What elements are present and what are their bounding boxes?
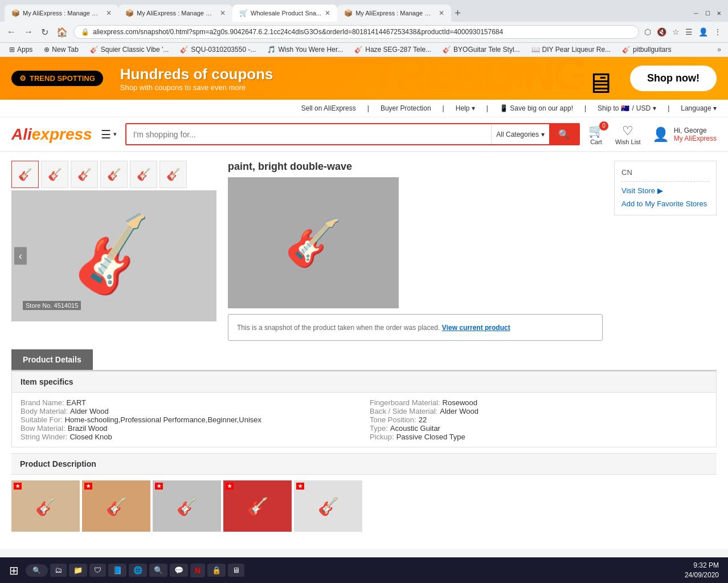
bookmark-squier[interactable]: 🎸 Squier Classic Vibe '... — [85, 44, 173, 55]
reading-list-button[interactable]: ☰ — [684, 26, 694, 38]
page-content: ⚙ TREND SPOTTING Hundreds of coupons Sho… — [0, 57, 728, 549]
spec-bow: Bow Material: Brazil Wood — [21, 424, 358, 433]
spec-bow-value: Brazil Wood — [68, 424, 108, 433]
snapshot-box: This is a snapshot of the product taken … — [228, 314, 603, 341]
sell-on-aliexpress-link[interactable]: Sell on AliExpress — [301, 104, 356, 112]
new-tab-button[interactable]: + — [451, 7, 464, 19]
image-prev-button[interactable]: ‹ — [14, 247, 27, 265]
spec-body-material-value: Alder Wood — [70, 407, 109, 415]
cart-icon-item[interactable]: 🛒 0 Cart — [588, 124, 604, 145]
tab-close-2[interactable]: ✕ — [220, 9, 226, 17]
bookmark-byo[interactable]: 🎸 BYOGuitar Tele Styl... — [438, 44, 525, 55]
buyer-protection-link[interactable]: Buyer Protection — [381, 104, 431, 112]
gear-icon: ⚙ — [19, 74, 26, 83]
thumbnail-2[interactable]: 🎸 — [41, 161, 68, 188]
product-description-images: 🎸 ★ 🎸 ★ 🎸 ★ 🎸 ★ 🎸 ★ — [11, 475, 717, 537]
spec-pickup-value: Passive Closed Type — [396, 433, 465, 441]
forward-button[interactable]: → — [22, 26, 35, 38]
bookmark-newtab[interactable]: ⊕ New Tab — [39, 44, 83, 55]
thumbnail-5[interactable]: 🎸 — [130, 161, 157, 188]
user-icon: 👤 — [652, 127, 669, 142]
app-link[interactable]: 📱 Save big on our app! — [500, 104, 573, 112]
close-button[interactable]: ✕ — [714, 9, 723, 18]
help-link[interactable]: Help ▾ — [456, 104, 475, 112]
thumbnail-4[interactable]: 🎸 — [100, 161, 128, 188]
language-link[interactable]: Language ▾ — [681, 104, 717, 112]
language-label: Language — [681, 104, 711, 112]
browser-tab-4[interactable]: 📦 My AliExpress : Manage Orders ✕ — [337, 5, 451, 22]
aliexpress-logo[interactable]: Aliexpress — [11, 125, 92, 144]
nav-icons: 🛒 0 Cart ♡ Wish List 👤 Hi, George My Ali… — [588, 124, 717, 145]
spec-brand: Brand Name: EART — [21, 398, 358, 407]
bookmark-diy[interactable]: 📖 DIY Pear Liqueur Re... — [527, 44, 616, 55]
haze-icon: 🎸 — [354, 46, 363, 54]
tab-close-3[interactable]: ✕ — [325, 9, 330, 17]
currency-label: / — [632, 104, 633, 112]
tab-title-3: Wholesale Product Sna... — [251, 10, 321, 17]
reload-button[interactable]: ↻ — [39, 26, 51, 39]
thumbnail-1[interactable]: 🎸 — [11, 161, 39, 188]
squ-icon: 🎸 — [180, 46, 189, 54]
search-category-dropdown[interactable]: All Categories ▾ — [491, 124, 549, 144]
flag-icon: 🇦🇺 — [621, 104, 629, 112]
desc-badge-2: ★ — [84, 483, 92, 490]
desc-image-1: 🎸 ★ — [11, 480, 80, 532]
visit-store-link[interactable]: Visit Store ▶ — [621, 186, 709, 195]
bookmark-pitbull[interactable]: 🎸 pitbullguitars — [617, 44, 676, 55]
add-favorite-stores-link[interactable]: Add to My Favorite Stores — [621, 199, 709, 208]
minimize-button[interactable]: ─ — [692, 9, 701, 18]
wishlist-icon-item[interactable]: ♡ Wish List — [615, 124, 641, 145]
bookmark-wish[interactable]: 🎵 Wish You Were Her... — [263, 44, 347, 55]
spec-suitable-value: Home-schooling,Professional Performance,… — [65, 415, 261, 424]
back-button[interactable]: ← — [5, 26, 18, 38]
spec-back-side: Back / Side Material: Alder Wood — [370, 407, 707, 415]
bookmark-haze[interactable]: 🎸 Haze SEG-287 Tele... — [350, 44, 436, 55]
browser-tab-2[interactable]: 📦 My AliExpress : Manage Orders ✕ — [118, 5, 232, 22]
browser-chrome: 📦 My AliExpress : Manage Orders ✕ 📦 My A… — [0, 0, 728, 57]
hamburger-menu-button[interactable]: ☰ ▾ — [101, 128, 117, 141]
browser-tab-3[interactable]: 🛒 Wholesale Product Sna... ✕ — [232, 5, 337, 22]
bookmark-apps[interactable]: ⊞ Apps — [5, 44, 37, 55]
spec-tone-position-label: Tone Position: — [370, 415, 416, 424]
pitbull-icon: 🎸 — [622, 46, 631, 54]
shop-now-button[interactable]: Shop now! — [630, 66, 717, 91]
desc-badge-3: ★ — [155, 483, 163, 490]
currency-link[interactable]: USD — [636, 104, 651, 112]
product-details-section: Product Details Item specifics Brand Nam… — [0, 349, 728, 549]
bookmark-diy-label: DIY Pear Liqueur Re... — [542, 46, 611, 54]
desc-guitar-icon-2: 🎸 — [106, 496, 127, 516]
tab-favicon-4: 📦 — [344, 9, 352, 17]
thumbnail-6[interactable]: 🎸 — [159, 161, 187, 188]
view-current-product-link[interactable]: View current product — [442, 324, 510, 332]
bookmark-byo-label: BYOGuitar Tele Styl... — [453, 46, 520, 54]
specs-grid: Brand Name: EART Body Material: Alder Wo… — [12, 393, 716, 447]
ad-banner: ⚙ TREND SPOTTING Hundreds of coupons Sho… — [0, 57, 728, 100]
currency-chevron: ▾ — [653, 104, 656, 112]
maximize-button[interactable]: ☐ — [703, 9, 712, 18]
phone-icon: 📱 — [500, 104, 510, 112]
tab-close-4[interactable]: ✕ — [439, 9, 444, 17]
bookmark-squ[interactable]: 🎸 SQU-0310203550 -... — [175, 44, 260, 55]
product-details-tab[interactable]: Product Details — [11, 349, 93, 370]
home-button[interactable]: 🏠 — [54, 26, 70, 39]
menu-button[interactable]: ⋮ — [712, 26, 723, 38]
browser-tab-1[interactable]: 📦 My AliExpress : Manage Orders ✕ — [5, 5, 118, 22]
spec-back-side-label: Back / Side Material: — [370, 407, 437, 415]
profile-button[interactable]: 👤 — [697, 26, 710, 38]
hamburger-chevron: ▾ — [113, 131, 117, 138]
product-zoom-image: 🎸 — [228, 177, 399, 308]
bookmarks-more-button[interactable]: » — [715, 44, 723, 55]
search-input[interactable] — [126, 124, 492, 144]
thumbnail-3[interactable]: 🎸 — [71, 161, 98, 188]
tab-bar: Product Details — [11, 349, 717, 371]
product-image-container: 🎸 — [228, 177, 399, 308]
tab-close-1[interactable]: ✕ — [106, 9, 112, 17]
mute-button[interactable]: 🔇 — [655, 26, 668, 38]
address-bar[interactable]: 🔒 aliexpress.com/snapshot/0.html?spm=a2g… — [73, 25, 639, 39]
product-description-header: Product Description — [11, 453, 717, 475]
desc-badge-1: ★ — [14, 483, 22, 490]
star-button[interactable]: ☆ — [670, 26, 681, 38]
search-button[interactable]: 🔍 — [549, 124, 579, 144]
extensions-button[interactable]: ⬡ — [643, 26, 653, 38]
user-greeting[interactable]: 👤 Hi, George My AliExpress — [652, 127, 717, 142]
